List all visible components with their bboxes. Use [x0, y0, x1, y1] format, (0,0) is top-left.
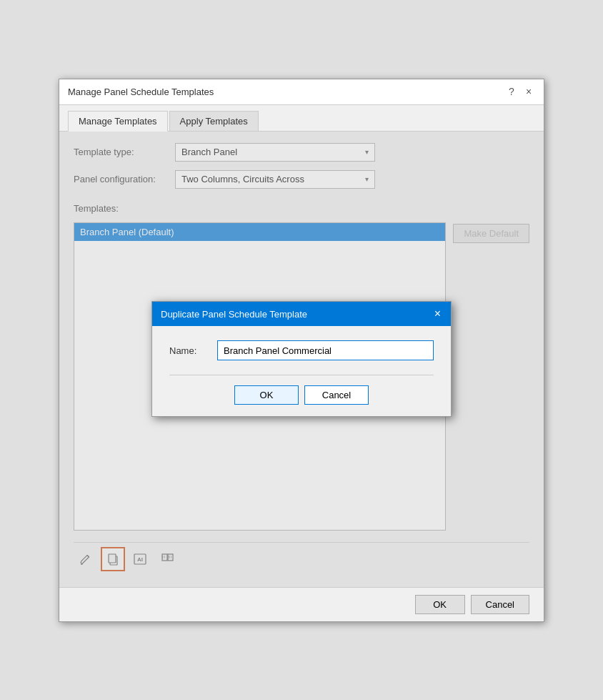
- title-controls: ? ×: [505, 85, 535, 98]
- sub-dialog-title: Duplicate Panel Schedule Template: [161, 309, 307, 320]
- sub-cancel-button[interactable]: Cancel: [304, 385, 369, 405]
- tabs-bar: Manage Templates Apply Templates: [59, 105, 544, 132]
- cancel-button[interactable]: Cancel: [471, 595, 529, 614]
- tab-manage-templates[interactable]: Manage Templates: [68, 111, 168, 132]
- dialog-title: Manage Panel Schedule Templates: [68, 87, 214, 97]
- sub-title-bar: Duplicate Panel Schedule Template ×: [152, 302, 451, 326]
- sub-dialog-body: Name: OK Cancel: [152, 326, 451, 416]
- sub-name-row: Name:: [169, 340, 434, 360]
- tab-apply-templates[interactable]: Apply Templates: [169, 111, 259, 131]
- sub-ok-button[interactable]: OK: [234, 385, 299, 405]
- modal-overlay: Duplicate Panel Schedule Template × Name…: [59, 132, 544, 587]
- bottom-bar: OK Cancel: [59, 587, 544, 621]
- sub-name-label: Name:: [169, 345, 209, 356]
- dialog-body: Template type: Branch Panel ▾ Panel conf…: [59, 132, 544, 587]
- main-dialog: Manage Panel Schedule Templates ? × Mana…: [59, 79, 544, 622]
- sub-dialog: Duplicate Panel Schedule Template × Name…: [151, 301, 452, 417]
- help-button[interactable]: ?: [505, 85, 518, 98]
- ok-button[interactable]: OK: [415, 595, 465, 614]
- sub-close-button[interactable]: ×: [433, 307, 442, 320]
- close-button[interactable]: ×: [522, 85, 535, 98]
- sub-divider: [169, 375, 434, 375]
- title-bar: Manage Panel Schedule Templates ? ×: [59, 79, 544, 105]
- sub-buttons: OK Cancel: [169, 385, 434, 405]
- sub-name-input[interactable]: [217, 340, 434, 360]
